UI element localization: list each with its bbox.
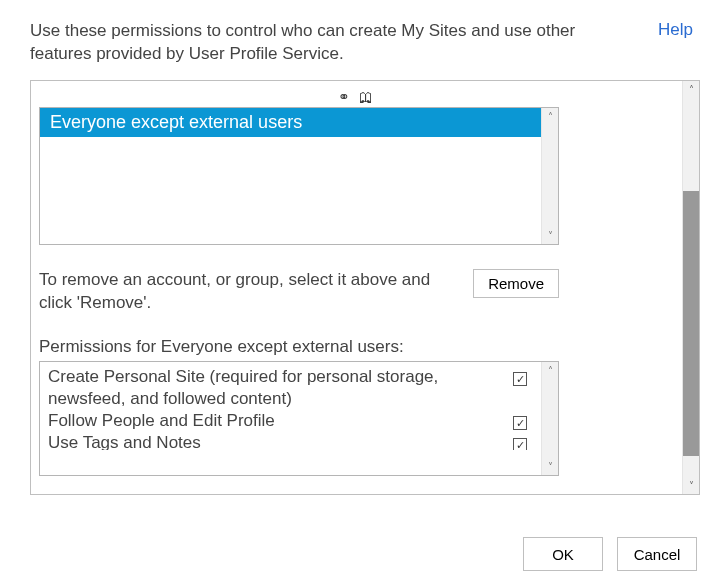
permission-label: Follow People and Edit Profile [48, 410, 503, 432]
permission-item: Create Personal Site (required for perso… [48, 366, 541, 410]
permission-label: Create Personal Site (required for perso… [48, 366, 503, 410]
ok-button[interactable]: OK [523, 537, 603, 571]
cancel-button[interactable]: Cancel [617, 537, 697, 571]
user-item[interactable]: Everyone except external users [40, 108, 541, 137]
scroll-down-icon[interactable]: ˅ [542, 458, 559, 475]
scroll-up-icon[interactable]: ˄ [542, 362, 559, 379]
validate-users-icon[interactable]: ⚭ [338, 89, 350, 105]
permission-item: Follow People and Edit Profile✓ [48, 410, 541, 432]
permission-item: Use Tags and Notes✓ [48, 432, 541, 450]
remove-instructions: To remove an account, or group, select i… [39, 269, 433, 315]
scrollbar-thumb[interactable] [683, 191, 699, 456]
scroll-down-icon[interactable]: ˅ [683, 477, 700, 494]
scroll-up-icon[interactable]: ˄ [683, 81, 700, 98]
scroll-down-icon[interactable]: ˅ [542, 227, 559, 244]
permission-label: Use Tags and Notes [48, 432, 503, 450]
users-listbox[interactable]: Everyone except external users ˄ ˅ [39, 107, 559, 245]
dialog-scrollbar[interactable]: ˄ ˅ [682, 81, 699, 494]
people-picker-toolbar: ⚭ 🕮 [39, 89, 672, 105]
scroll-up-icon[interactable]: ˄ [542, 108, 559, 125]
permissions-scrollbar[interactable]: ˄ ˅ [541, 362, 558, 475]
permission-checkbox[interactable]: ✓ [513, 438, 527, 450]
permissions-heading: Permissions for Everyone except external… [39, 337, 672, 357]
permissions-listbox[interactable]: Create Personal Site (required for perso… [39, 361, 559, 476]
permissions-dialog: ⚭ 🕮 Everyone except external users ˄ ˅ T… [30, 80, 700, 495]
intro-text: Use these permissions to control who can… [30, 20, 600, 66]
browse-directory-icon[interactable]: 🕮 [359, 89, 373, 105]
users-scrollbar[interactable]: ˄ ˅ [541, 108, 558, 244]
permission-checkbox[interactable]: ✓ [513, 372, 527, 386]
remove-button[interactable]: Remove [473, 269, 559, 298]
permission-checkbox[interactable]: ✓ [513, 416, 527, 430]
help-link[interactable]: Help [658, 20, 693, 40]
